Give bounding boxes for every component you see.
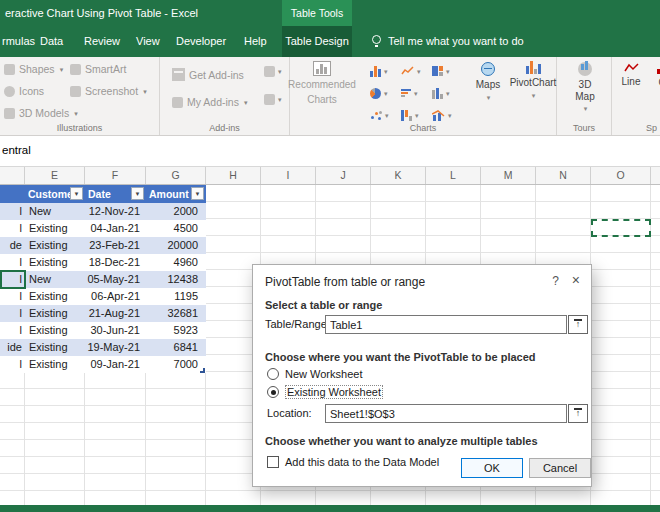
help-icon[interactable]: ? [552, 274, 559, 288]
tab-view[interactable]: View [136, 26, 160, 57]
cell-amount[interactable]: 4960 [146, 254, 206, 271]
filter-dropdown-icon[interactable]: ▼ [131, 187, 144, 200]
cell-customer[interactable]: Existing [25, 322, 85, 339]
cell-customer[interactable]: New [25, 271, 85, 288]
table-row[interactable]: l Existing 04-Jan-21 4500 [0, 220, 206, 237]
cell-amount[interactable]: 20000 [146, 237, 206, 254]
cell-amount[interactable]: 6841 [146, 339, 206, 356]
table-row[interactable]: ide Existing 19-May-21 6841 [0, 339, 206, 356]
cell-amount[interactable]: 4500 [146, 220, 206, 237]
cell-customer[interactable]: New [25, 203, 85, 220]
cell-date[interactable]: 19-May-21 [85, 339, 146, 356]
tab-review[interactable]: Review [84, 26, 120, 57]
column-header-n[interactable]: N [536, 167, 591, 184]
tab-help[interactable]: Help [244, 26, 267, 57]
screenshot-button[interactable]: Screenshot ▾ [70, 85, 147, 97]
smartart-button[interactable]: SmartArt [70, 63, 126, 75]
cell-region-fragment[interactable]: l [0, 220, 25, 237]
column-header-m[interactable]: M [481, 167, 536, 184]
table-header-customer[interactable]: Customer ▼ [25, 185, 85, 203]
cell-customer[interactable]: Existing [25, 220, 85, 237]
cell-date[interactable]: 12-Nov-21 [85, 203, 146, 220]
column-header-e[interactable]: E [25, 167, 85, 184]
cell-region-fragment[interactable]: de [0, 237, 25, 254]
table-row[interactable]: l Existing 30-Jun-21 5923 [0, 322, 206, 339]
my-addins-button[interactable]: My Add-ins ▾ [172, 96, 247, 108]
cell-date[interactable]: 05-May-21 [85, 271, 146, 288]
insert-waterfall-chart-button[interactable]: ▾ [401, 106, 419, 124]
cell-date[interactable]: 23-Feb-21 [85, 237, 146, 254]
cell-region-fragment[interactable]: l [0, 356, 25, 373]
cell-date[interactable]: 30-Jun-21 [85, 322, 146, 339]
table-header-partial[interactable] [0, 185, 25, 203]
cell-date[interactable]: 21-Aug-21 [85, 305, 146, 322]
cell-customer[interactable]: Existing [25, 339, 85, 356]
collapse-dialog-button[interactable]: ↑ [568, 404, 588, 423]
pivotchart-button[interactable]: PivotChart ▾ [510, 62, 556, 99]
radio-new-worksheet[interactable]: New Worksheet [267, 368, 362, 380]
insert-line-chart-button[interactable]: ▾ [401, 62, 421, 80]
cell-date[interactable]: 04-Jan-21 [85, 220, 146, 237]
insert-statistic-chart-button[interactable]: ▾ [432, 84, 450, 102]
table-row[interactable]: l Existing 06-Apr-21 1195 [0, 288, 206, 305]
insert-bar-chart-button[interactable]: ▾ [401, 84, 418, 102]
sparkline-column-button[interactable]: C [652, 62, 660, 89]
cell-date[interactable]: 18-Dec-21 [85, 254, 146, 271]
collapse-dialog-button[interactable]: ↑ [568, 315, 588, 334]
cell-region-fragment[interactable]: l [0, 254, 25, 271]
column-header-o[interactable]: O [591, 167, 651, 184]
insert-combo-chart-button[interactable]: ▾ [432, 106, 452, 124]
checkbox-data-model[interactable]: Add this data to the Data Model [267, 456, 439, 468]
cell-customer[interactable]: Existing [25, 288, 85, 305]
column-header-i[interactable]: I [261, 167, 316, 184]
cancel-button[interactable]: Cancel [529, 458, 591, 478]
table-row[interactable]: l Existing 09-Jan-21 7000 [0, 356, 206, 373]
cell-customer[interactable]: Existing [25, 305, 85, 322]
ok-button[interactable]: OK [461, 458, 523, 478]
formula-bar[interactable]: entral [0, 136, 660, 167]
table-range-input[interactable] [325, 315, 567, 334]
cell-region-fragment[interactable]: ide [0, 339, 25, 356]
location-input[interactable] [325, 404, 567, 423]
shapes-button[interactable]: Shapes ▾ [4, 63, 63, 75]
table-row[interactable]: l New 05-May-21 12438 [0, 271, 206, 288]
cell-amount[interactable]: 32681 [146, 305, 206, 322]
cell-customer[interactable]: Existing [25, 237, 85, 254]
addin-quick-button-top[interactable]: ▾ [264, 66, 282, 77]
recommended-charts-button[interactable]: Recommended Charts [292, 61, 352, 105]
table-resize-handle[interactable] [200, 368, 205, 373]
column-header-g[interactable]: G [146, 167, 206, 184]
cell-amount[interactable]: 1195 [146, 288, 206, 305]
column-header-h[interactable]: H [206, 167, 261, 184]
3d-map-button[interactable]: 3D Map ▾ [568, 62, 602, 112]
tab-formulas[interactable]: rmulas [2, 26, 35, 57]
tab-developer[interactable]: Developer [176, 26, 226, 57]
close-icon[interactable]: × [572, 272, 580, 288]
radio-existing-worksheet[interactable]: Existing Worksheet [267, 385, 383, 399]
table-row[interactable]: l Existing 18-Dec-21 4960 [0, 254, 206, 271]
cell-date[interactable]: 06-Apr-21 [85, 288, 146, 305]
filter-dropdown-icon[interactable]: ▼ [191, 187, 204, 200]
maps-button[interactable]: Maps ▾ [470, 62, 506, 101]
insert-column-chart-button[interactable]: ▾ [370, 62, 388, 80]
cell-region-fragment[interactable]: l [0, 305, 25, 322]
cell-amount[interactable]: 7000 [146, 356, 206, 373]
sparkline-line-button[interactable]: Line [614, 62, 648, 88]
cell-customer[interactable]: Existing [25, 356, 85, 373]
cell-amount[interactable]: 2000 [146, 203, 206, 220]
cell-date[interactable]: 09-Jan-21 [85, 356, 146, 373]
table-row[interactable]: l New 12-Nov-21 2000 [0, 203, 206, 220]
insert-scatter-chart-button[interactable]: ▾ [370, 106, 389, 124]
cell-region-fragment[interactable]: l [0, 322, 25, 339]
get-addins-button[interactable]: Get Add-ins [172, 68, 244, 81]
insert-pie-chart-button[interactable]: ▾ [370, 84, 388, 102]
filter-dropdown-icon[interactable]: ▼ [70, 187, 83, 200]
column-header-partial[interactable] [0, 167, 25, 184]
table-row[interactable]: de Existing 23-Feb-21 20000 [0, 237, 206, 254]
table-header-date[interactable]: Date ▼ [85, 185, 146, 203]
cell-region-fragment[interactable]: l [0, 203, 25, 220]
column-header-j[interactable]: J [316, 167, 371, 184]
cell-amount[interactable]: 12438 [146, 271, 206, 288]
cell-amount[interactable]: 5923 [146, 322, 206, 339]
3d-models-button[interactable]: 3D Models ▾ [4, 107, 78, 119]
